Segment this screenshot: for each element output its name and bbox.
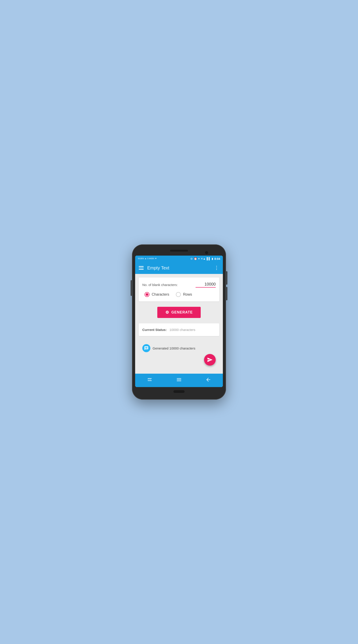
number-input-wrapper <box>196 282 216 288</box>
hamburger-menu-icon[interactable] <box>139 266 144 270</box>
generate-button-label: GENERATE <box>171 310 193 314</box>
radio-row: Characters Rows <box>142 292 216 297</box>
status-card: Current Status: 10000 characters <box>139 323 219 336</box>
main-content: No. of blank characters: Characters Rows <box>135 274 223 374</box>
volume-down-button[interactable] <box>226 287 227 300</box>
send-icon <box>207 357 213 363</box>
bottom-nav <box>135 374 223 387</box>
signal-icon: ▌▌ <box>207 257 211 260</box>
phone-camera <box>205 251 208 254</box>
do-not-disturb-icon: ⊖ <box>190 257 193 260</box>
home-button[interactable] <box>173 390 185 393</box>
radio-characters-circle[interactable] <box>145 292 149 297</box>
status-bar: 502B/s ▲ 3.4KB/s ▼ ⊖ ⏰ ▾ ✕▲ ▌▌ ▮ 8:04 <box>135 256 223 262</box>
current-status-value: 10000 characters <box>169 328 195 332</box>
message-svg <box>144 346 149 350</box>
alarm-icon: ⏰ <box>194 257 197 260</box>
radio-characters-label: Characters <box>152 292 169 296</box>
volume-up-button[interactable] <box>226 271 227 285</box>
blank-chars-label: No. of blank characters: <box>142 283 178 287</box>
status-icons: ⊖ ⏰ ▾ ✕▲ ▌▌ ▮ 8:04 <box>190 257 220 260</box>
status-time: 8:04 <box>214 257 220 260</box>
more-options-icon[interactable]: ⋮ <box>214 265 219 271</box>
generate-button[interactable]: ⚙ GENERATE <box>157 307 201 318</box>
phone-screen: 502B/s ▲ 3.4KB/s ▼ ⊖ ⏰ ▾ ✕▲ ▌▌ ▮ 8:04 Em… <box>135 256 223 387</box>
radio-characters[interactable]: Characters <box>145 292 169 297</box>
keyboard-nav-icon[interactable] <box>147 377 153 384</box>
generate-button-wrapper: ⚙ GENERATE <box>139 305 219 320</box>
app-title: Empty Text <box>147 266 211 270</box>
phone-device: 502B/s ▲ 3.4KB/s ▼ ⊖ ⏰ ▾ ✕▲ ▌▌ ▮ 8:04 Em… <box>132 244 226 400</box>
menu-nav-icon[interactable] <box>176 377 182 384</box>
back-nav-icon[interactable] <box>205 377 211 384</box>
radio-rows-circle[interactable] <box>176 292 181 297</box>
phone-speaker <box>170 250 188 252</box>
blank-chars-input[interactable] <box>196 282 216 287</box>
chat-area: Generated 10000 characters <box>139 340 219 370</box>
current-status-label: Current Status: <box>142 328 167 332</box>
app-bar: Empty Text ⋮ <box>135 262 223 274</box>
wifi-icon: ▾ <box>198 257 200 260</box>
power-button[interactable] <box>131 280 132 296</box>
network-speed: 502B/s ▲ 3.4KB/s ▼ <box>138 258 157 260</box>
send-fab-button[interactable] <box>204 354 216 366</box>
chat-bubble-icon <box>142 344 150 352</box>
chat-message-text: Generated 10000 characters <box>153 346 195 350</box>
radio-rows[interactable]: Rows <box>176 292 192 297</box>
chat-message: Generated 10000 characters <box>142 344 216 352</box>
radio-rows-label: Rows <box>183 292 192 296</box>
gear-icon: ⚙ <box>165 310 169 315</box>
battery-icon: ▮ <box>212 257 213 260</box>
blank-chars-row: No. of blank characters: <box>142 282 216 288</box>
signal-x-icon: ✕▲ <box>201 257 206 260</box>
input-card: No. of blank characters: Characters Rows <box>139 278 219 302</box>
